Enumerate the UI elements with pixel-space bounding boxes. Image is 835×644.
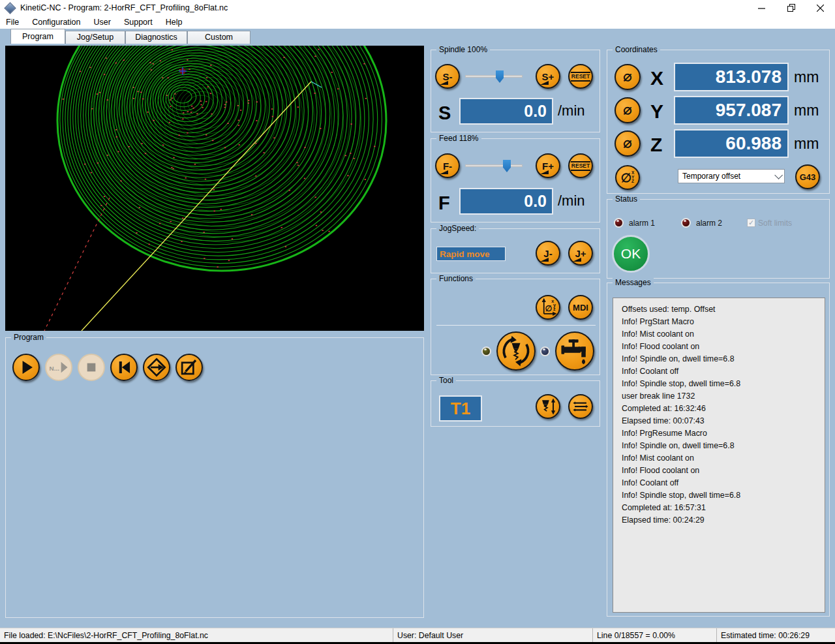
feed-field-label: F: [438, 192, 450, 214]
message-line: Elapsed time: 00:24:29: [622, 514, 825, 527]
menu-support[interactable]: Support: [117, 16, 159, 29]
messages-list[interactable]: Offsets used: temp. Offset Info! PrgStar…: [613, 298, 825, 613]
coolant-toggle-button[interactable]: [555, 331, 594, 371]
zero-y-button[interactable]: ∅: [615, 97, 641, 123]
close-button[interactable]: [806, 0, 835, 16]
menu-user[interactable]: User: [87, 16, 117, 29]
edit-icon: [177, 354, 202, 381]
spindle-group: Spindle 100% S- S+ RESET S 0.0 /min: [431, 50, 600, 132]
status-ok-indicator: OK: [612, 235, 650, 273]
messages-group-label: Messages: [613, 278, 654, 287]
feed-override-slider[interactable]: [465, 164, 523, 167]
menu-help[interactable]: Help: [159, 16, 189, 29]
alarm1-led: [614, 218, 624, 228]
status-group-label: Status: [613, 194, 640, 204]
spindle-override-slider[interactable]: [465, 75, 523, 78]
message-line: Info! Spindle stop, dwell time=6.8: [622, 489, 825, 502]
feed-minus-button[interactable]: F-: [435, 153, 460, 178]
axis-z-label: Z: [650, 134, 662, 156]
alarm2-led: [681, 218, 691, 228]
g43-button[interactable]: G43: [795, 164, 820, 189]
alarm2-label: alarm 2: [696, 219, 722, 228]
feed-slider-thumb[interactable]: [503, 160, 511, 172]
chevron-down-icon: [774, 171, 783, 179]
tab-program[interactable]: Program: [10, 29, 65, 44]
y-unit-label: mm: [794, 102, 819, 119]
tool-measure-button[interactable]: [536, 394, 560, 419]
alarm1-label: alarm 1: [629, 219, 655, 228]
app-icon: [4, 2, 16, 14]
tool-group-label: Tool: [436, 376, 456, 385]
restore-button[interactable]: [776, 0, 806, 16]
program-rewind-button[interactable]: [110, 354, 138, 381]
menubar: File Configuration User Support Help: [0, 16, 835, 29]
spindle-slider-thumb[interactable]: [496, 70, 504, 83]
tool-table-button[interactable]: [568, 394, 593, 419]
tab-custom[interactable]: Custom: [187, 31, 250, 44]
zero-z-button[interactable]: ∅: [615, 130, 641, 157]
zero-x-button[interactable]: ∅: [615, 64, 641, 90]
feed-plus-button[interactable]: F+: [536, 153, 560, 178]
status-group: Status alarm 1 alarm 2 ✓ Soft limits OK: [607, 199, 830, 279]
x-unit-label: mm: [794, 69, 819, 86]
goto-arrow-icon: [144, 354, 169, 381]
zero-axes-icon: ∅ x y z: [537, 295, 559, 320]
probe-zero-button[interactable]: ∅ x y z: [536, 295, 560, 320]
zero-icon: ∅: [623, 69, 632, 85]
svg-text:∅: ∅: [545, 304, 553, 313]
statusbar: File loaded: E:\NcFiles\2-HorRF_CFT_Prof…: [0, 628, 835, 642]
functions-group-label: Functions: [436, 274, 476, 283]
message-line: Info! Flood coolant on: [622, 465, 825, 477]
jog-minus-button[interactable]: J-: [536, 241, 560, 266]
statusbar-file: File loaded: E:\NcFiles\2-HorRF_CFT_Prof…: [0, 628, 393, 643]
close-icon: [817, 5, 824, 12]
single-block-button[interactable]: N...: [45, 354, 72, 381]
current-tool-display: T1: [439, 395, 482, 422]
minimize-icon: [758, 5, 765, 12]
feed-rate-display: 0.0: [459, 188, 553, 215]
axis-y-label: Y: [650, 100, 663, 123]
feed-reset-button[interactable]: RESET: [568, 153, 593, 178]
x-position-display: 813.078: [674, 63, 789, 91]
zero-all-axes-button[interactable]: ∅ XYZ: [615, 165, 640, 190]
soft-limits-checkbox[interactable]: ✓: [747, 219, 755, 227]
spindle-speed-display: 0.0: [459, 98, 553, 125]
spindle-reset-button[interactable]: RESET: [568, 64, 593, 89]
program-start-button[interactable]: [12, 354, 40, 381]
program-stop-button[interactable]: [78, 354, 105, 381]
toolpath-viewport[interactable]: [5, 46, 424, 331]
window-title: KinetiC-NC - Program: 2-HorRF_CFT_Profil…: [20, 3, 228, 12]
message-line: Info! Flood coolant on: [622, 341, 825, 353]
coordinates-group-label: Coordinates: [613, 45, 660, 54]
messages-group: Messages Offsets used: temp. Offset Info…: [607, 283, 830, 617]
program-group-label: Program: [11, 333, 46, 342]
minimize-button[interactable]: [747, 0, 776, 16]
coolant-state-led: [540, 346, 550, 356]
message-line: Offsets used: temp. Offset: [622, 303, 825, 316]
jog-plus-button[interactable]: J+: [568, 241, 593, 266]
tab-diagnostics[interactable]: Diagnostics: [125, 31, 187, 44]
message-line: Info! Mist coolant on: [622, 328, 825, 341]
menu-file[interactable]: File: [0, 16, 25, 29]
spindle-rotate-icon: [498, 331, 534, 371]
goto-line-button[interactable]: [143, 354, 170, 381]
mdi-button[interactable]: MDI: [568, 295, 593, 320]
jog-mode-display: Rapid move: [436, 247, 506, 261]
tab-jog-setup[interactable]: Jog/Setup: [65, 31, 125, 44]
spindle-toggle-button[interactable]: [496, 331, 536, 371]
offset-select[interactable]: Temporary offset: [678, 169, 785, 183]
tool-table-icon: [569, 394, 592, 419]
restore-icon: [787, 4, 795, 12]
y-position-display: 957.087: [674, 96, 789, 125]
menu-configuration[interactable]: Configuration: [25, 16, 87, 29]
reset-icon: RESET: [571, 72, 590, 82]
message-line: Info! Spindle on, dwell time=6.8: [622, 440, 825, 452]
edit-program-button[interactable]: [175, 354, 203, 381]
spindle-state-led: [481, 346, 491, 356]
spindle-plus-button[interactable]: S+: [536, 64, 560, 89]
svg-text:z: z: [553, 307, 556, 312]
spindle-minus-button[interactable]: S-: [435, 64, 460, 89]
offset-select-value: Temporary offset: [682, 172, 740, 181]
tool-group: Tool T1: [431, 380, 600, 427]
message-line: Info! PrgResume Macro: [622, 427, 825, 440]
